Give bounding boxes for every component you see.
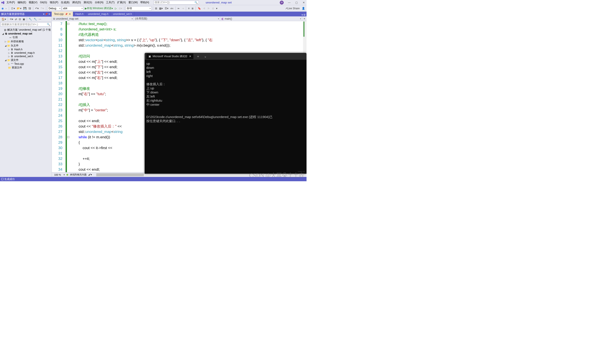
bm-clear-icon[interactable]: ⊘ — [211, 6, 215, 10]
platform-dropdown[interactable]: x64 — [62, 6, 84, 11]
tabs-settings-icon[interactable]: ⚙ — [303, 13, 306, 16]
nav-scope-dd[interactable]: (全局范围) — [134, 16, 220, 21]
open-button[interactable]: 📂▾ — [16, 6, 22, 10]
console-output: up down left right 修改插入后： 上:up 下:down 左:… — [145, 60, 307, 125]
sb-more-icon[interactable]: ⋯ — [38, 17, 42, 21]
stop-button[interactable]: ⊘▾ — [118, 6, 123, 10]
status-dot-icon — [66, 174, 68, 176]
tab-hash[interactable]: Hash.h — [73, 12, 86, 16]
solution-node[interactable]: ⊟解决方案 'unordered_map set' (1 个项 — [0, 28, 52, 32]
menu-item[interactable]: 分析(N) — [93, 0, 105, 4]
bm-prev-icon[interactable]: ⫷ — [202, 6, 206, 10]
sb-dropdown-icon[interactable]: ▾ — [43, 13, 44, 15]
indent-icon[interactable]: ⇤ — [177, 6, 181, 10]
liveshare-button[interactable]: ↗ Live Share — [285, 6, 300, 10]
menu-item[interactable]: 生成(B) — [60, 0, 71, 4]
run-nodebug-button[interactable]: ▷ — [114, 6, 118, 10]
forward-button[interactable]: ▸ — [5, 6, 8, 10]
redo-button[interactable]: ↷▾ — [40, 6, 45, 10]
tbicon-4[interactable]: abc — [170, 7, 174, 10]
sb-refresh-icon[interactable]: ⟲▾ — [9, 17, 14, 21]
sb-wrench-icon[interactable]: 🔧 — [33, 17, 38, 21]
tbicon-3[interactable]: ☰▾ — [164, 6, 169, 10]
tabs-dropdown-icon[interactable]: ▾ — [301, 13, 303, 16]
back-button[interactable]: ◉ — [1, 6, 4, 10]
menu-item[interactable]: 扩展(X) — [116, 0, 127, 4]
global-search-input[interactable]: 搜索 (Ctrl+Q) 🔍 — [154, 1, 199, 4]
console-tab[interactable]: ▣ Microsoft Visual Studio 调试控 ✕ — [146, 53, 193, 59]
headers-node[interactable]: ◢📁头文件 — [0, 44, 52, 48]
source-file[interactable]: ▷⁺⁺Test.cpp — [0, 62, 52, 65]
liveshare-user-icon[interactable]: 👤 — [301, 6, 306, 10]
code-navbar: ⧉unordered_map set (全局范围) ◧main() ＋ — [52, 16, 307, 21]
brush-icon[interactable]: 🖌▾ — [88, 173, 92, 176]
bm-next-icon[interactable]: ⫸ — [207, 6, 211, 10]
config-dropdown[interactable]: Debug — [48, 6, 61, 11]
save-button[interactable]: 💾 — [23, 6, 27, 10]
minimize-icon[interactable]: — — [288, 1, 291, 4]
close-icon[interactable]: ✕ — [69, 13, 71, 15]
sb-props-icon[interactable]: 🔧 — [28, 17, 33, 21]
fold-icon[interactable]: − — [67, 23, 69, 25]
outdent-icon[interactable]: ⇥ — [181, 6, 184, 10]
sources-node[interactable]: ◢📁源文件 — [0, 58, 52, 62]
menu-item[interactable]: 帮助(H) — [139, 0, 150, 4]
menu-item[interactable]: 调试(D) — [71, 0, 82, 4]
run-button[interactable]: ▶ 本地 Windows 调试器 ▾ — [84, 6, 114, 11]
menu-item[interactable]: 窗口(W) — [127, 0, 139, 4]
external-node[interactable]: ▷📁外部依赖项 — [0, 39, 52, 44]
maximize-icon[interactable]: ▢ — [295, 1, 298, 4]
tb-overflow[interactable]: ▾ — [215, 6, 218, 10]
menu-item[interactable]: Git(G) — [39, 0, 48, 4]
nav-add-icon[interactable]: ＋ — [302, 16, 307, 21]
sb-close-icon[interactable]: ✕ — [48, 13, 50, 15]
build-status: 生成成功 — [4, 177, 15, 181]
resources-node[interactable]: 📁资源文件 — [0, 65, 52, 70]
menu-item[interactable]: 视图(V) — [27, 0, 39, 4]
pin-icon[interactable]: 📌 — [65, 13, 67, 15]
tab-testcpp[interactable]: Test.cpp📌✕ — [52, 12, 73, 16]
menu-item[interactable]: 测试(S) — [82, 0, 93, 4]
editor-tabs: Test.cpp📌✕ Hash.h unordered_map.h unorde… — [52, 12, 307, 16]
header-file[interactable]: ▷🗎unordered_map.h — [0, 51, 52, 55]
header-file[interactable]: ▷🗎Hash.h — [0, 48, 52, 51]
zoom-level[interactable]: 100 % — [53, 173, 62, 176]
sb-home-icon[interactable]: 🏠▾ — [1, 17, 7, 21]
new-button[interactable]: 🗋▾ — [10, 6, 15, 10]
menu-item[interactable]: 编辑(E) — [16, 0, 27, 4]
menubar: 文件(F)编辑(E)视图(V)Git(G)项目(P)生成(B)调试(D)测试(S… — [0, 0, 307, 5]
menu-item[interactable]: 文件(F) — [5, 0, 16, 4]
header-file[interactable]: ▷🗎unordered_set.h — [0, 55, 52, 58]
tab-umap[interactable]: unordered_map.h — [86, 12, 111, 16]
solution-search-input[interactable]: 搜索解决方案资源管理器(Ctrl+;) 🔍 — [0, 22, 51, 26]
debug-console-window[interactable]: ▣ Microsoft Visual Studio 调试控 ✕ ＋ ⌄ up d… — [145, 53, 307, 174]
close-icon[interactable]: ✕ — [303, 1, 306, 4]
tab-dropdown-icon[interactable]: ⌄ — [203, 54, 208, 58]
sb-collapse-icon[interactable]: ⊟ — [18, 17, 22, 21]
sb-show-icon[interactable]: ▣ — [22, 17, 26, 21]
new-tab-icon[interactable]: ＋ — [195, 54, 201, 58]
tab-close-icon[interactable]: ✕ — [189, 55, 191, 58]
menu-item[interactable]: 工具(T) — [105, 0, 116, 4]
nav-project-dd[interactable]: ⧉unordered_map set — [52, 16, 134, 21]
tbicon-2[interactable]: ▦▾ — [158, 6, 163, 10]
sb-sync-icon[interactable]: ⇄ — [14, 17, 18, 21]
tbicon-1[interactable]: ⊞ — [154, 6, 158, 10]
auto-dropdown[interactable]: 自动 — [126, 6, 152, 11]
bookmark-icon[interactable]: 🔖 — [197, 6, 202, 10]
menu-item[interactable]: 项目(P) — [48, 0, 60, 4]
app-title: unordered_map set — [206, 1, 232, 4]
nav-func-dd[interactable]: ◧main() — [220, 16, 302, 21]
sb-pin-icon[interactable]: 📌 — [45, 13, 48, 15]
main-toolbar: ◉ ▸ 🗋▾ 📂▾ 💾 🖫 ↶▾ ↷▾ Debug x64 ▶ 本地 Windo… — [0, 5, 307, 12]
project-node[interactable]: ◢⧉unordered_map set — [0, 32, 52, 35]
user-avatar[interactable]: 侍 — [280, 1, 284, 4]
comment-icon[interactable]: ≡ — [187, 6, 190, 10]
uncomment-icon[interactable]: ≣ — [191, 6, 194, 10]
fold-icon[interactable]: − — [67, 136, 69, 138]
tab-uset[interactable]: unordered_set.h — [111, 12, 134, 16]
save-all-button[interactable]: 🖫 — [28, 6, 32, 10]
undo-button[interactable]: ↶▾ — [35, 6, 39, 10]
refs-node[interactable]: ▫▫引用 — [0, 35, 52, 39]
issues-text: 未找到相关问题 — [70, 173, 87, 176]
